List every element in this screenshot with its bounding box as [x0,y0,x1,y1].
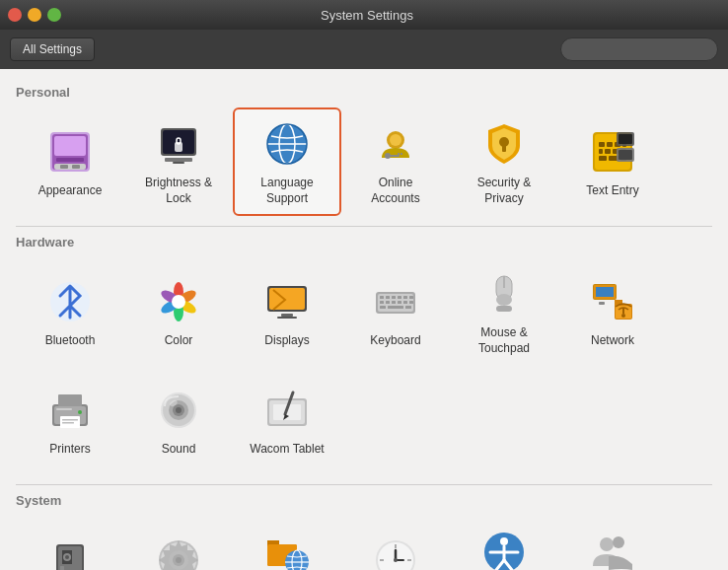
minimize-button[interactable] [28,8,41,22]
network-label: Network [591,333,634,349]
system-grid: Backups Details [16,516,712,570]
svg-point-131 [500,537,508,545]
grid-item-displays[interactable]: Displays [233,257,341,366]
svg-rect-60 [403,296,407,299]
svg-point-49 [172,295,185,309]
svg-rect-6 [72,165,80,169]
keyboard-label: Keyboard [370,333,420,349]
bluetooth-icon [44,276,96,327]
svg-rect-10 [173,162,184,164]
titlebar: System Settings [0,0,728,30]
svg-rect-4 [54,164,86,170]
grid-item-time-date[interactable]: Time & Date [341,516,450,570]
svg-rect-35 [599,156,607,161]
svg-point-73 [496,294,512,306]
bluetooth-label: Bluetooth [45,333,96,349]
svg-rect-78 [599,302,605,305]
grid-item-brightness-lock[interactable]: Brightness &Lock [124,107,233,216]
content-area: Personal Appearance [0,69,728,570]
svg-rect-27 [599,142,605,147]
svg-point-129 [394,558,398,562]
grid-item-software-updates[interactable]: Software &Updates [233,516,341,570]
mouse-touchpad-icon [478,268,530,320]
svg-rect-28 [607,142,613,147]
svg-rect-41 [619,150,632,160]
printers-icon [44,385,96,436]
language-support-icon [261,118,313,170]
displays-icon [261,276,313,327]
grid-item-text-entry[interactable]: Text Entry [558,107,667,216]
svg-rect-67 [409,301,413,304]
wacom-tablet-label: Wacom Tablet [250,442,324,458]
grid-item-language-support[interactable]: LanguageSupport [233,107,341,216]
svg-rect-20 [390,155,400,157]
svg-point-96 [176,407,182,413]
details-icon [153,534,204,570]
sound-label: Sound [162,442,196,458]
time-date-icon [370,534,421,570]
brightness-lock-label: Brightness &Lock [145,176,212,206]
color-label: Color [165,333,193,349]
grid-item-universal-access[interactable]: UniversalAccess [450,516,558,570]
svg-rect-56 [380,296,384,299]
security-privacy-icon [478,118,530,170]
svg-point-114 [176,557,182,563]
appearance-label: Appearance [38,183,103,199]
keyboard-icon [370,276,421,327]
grid-item-color[interactable]: Color [124,257,233,366]
displays-label: Displays [264,333,309,349]
language-support-label: LanguageSupport [260,176,313,206]
svg-rect-57 [386,296,390,299]
grid-item-security-privacy[interactable]: Security &Privacy [450,107,558,216]
svg-rect-53 [277,317,297,319]
wacom-tablet-icon [261,385,313,436]
grid-item-printers[interactable]: Printers [16,366,124,474]
grid-item-keyboard[interactable]: Keyboard [341,257,450,366]
section-label-system: System [16,493,712,508]
svg-rect-63 [386,301,390,304]
svg-rect-58 [392,296,396,299]
grid-item-backups[interactable]: Backups [16,516,124,570]
svg-rect-77 [596,287,614,297]
printers-label: Printers [49,442,90,458]
svg-rect-39 [619,134,632,144]
all-settings-button[interactable]: All Settings [10,37,95,61]
svg-rect-88 [62,419,78,421]
grid-item-sound[interactable]: Sound [124,366,233,474]
grid-item-details[interactable]: Details [124,516,233,570]
svg-point-18 [390,134,401,146]
grid-item-wacom-tablet[interactable]: Wacom Tablet [233,366,341,474]
divider-hardware [16,226,712,227]
svg-rect-21 [398,153,400,155]
svg-rect-86 [58,394,82,406]
grid-item-mouse-touchpad[interactable]: Mouse &Touchpad [450,257,558,366]
brightness-lock-icon [153,118,204,170]
svg-point-108 [65,555,69,559]
software-updates-icon [261,527,313,570]
window-title: System Settings [43,8,691,23]
close-button[interactable] [8,8,22,22]
grid-item-network[interactable]: Network [558,257,667,366]
network-icon [587,276,638,327]
svg-rect-62 [380,301,384,304]
grid-item-appearance[interactable]: Appearance [16,107,124,216]
hardware-grid: Bluetooth Color [16,257,712,474]
online-accounts-label: OnlineAccounts [371,176,419,206]
svg-rect-59 [398,296,401,299]
online-accounts-icon [370,118,421,170]
svg-rect-66 [403,301,407,304]
personal-grid: Appearance Brightness &Lock [16,107,712,216]
grid-item-online-accounts[interactable]: OnlineAccounts [341,107,450,216]
backups-icon [44,534,96,570]
svg-rect-74 [496,306,512,312]
svg-rect-69 [388,306,403,309]
search-input[interactable] [560,37,718,61]
user-accounts-icon [587,527,638,570]
svg-rect-24 [502,145,506,152]
security-privacy-label: Security &Privacy [477,176,532,206]
grid-item-user-accounts[interactable]: UserAccounts [558,516,667,570]
grid-item-bluetooth[interactable]: Bluetooth [16,257,124,366]
svg-rect-64 [392,301,396,304]
svg-point-83 [621,314,625,318]
svg-rect-2 [54,136,86,156]
